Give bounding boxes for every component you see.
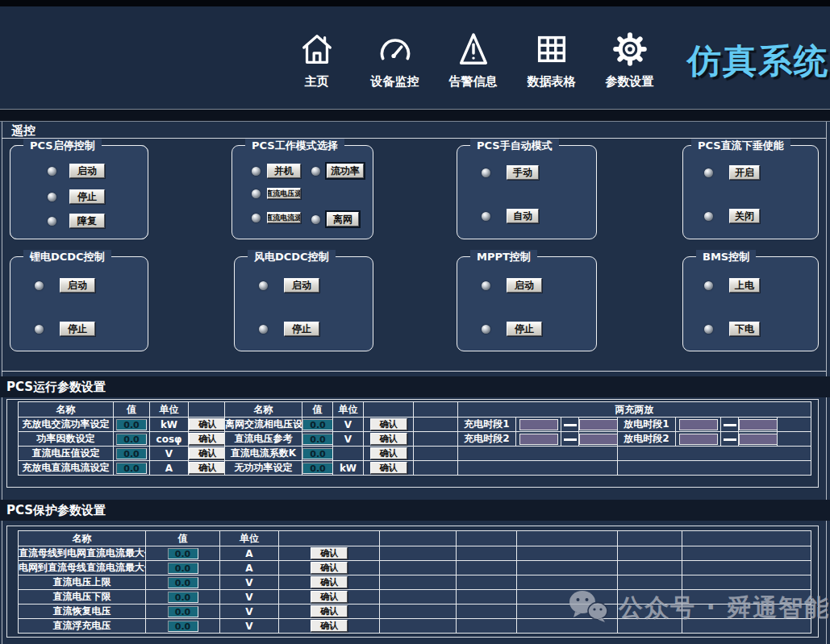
run-col-value-1: 值 — [114, 402, 150, 418]
dc-current-source-button[interactable]: 直流电流源 — [267, 212, 301, 223]
confirm-button[interactable]: 确认 — [311, 576, 348, 588]
discharge-1-start-input[interactable] — [679, 419, 718, 430]
liion-stop-button[interactable]: 停止 — [60, 322, 95, 336]
content-area: 遥控 PCS启停控制 启动 PCS启停控制 启动 停止 障复 PCS工作模式选择… — [0, 122, 830, 644]
group-pcs-manualauto-title: PCS手自动模式 — [470, 139, 559, 153]
confirm-button[interactable]: 确认 — [311, 620, 348, 632]
value-input[interactable]: 0.0 — [116, 463, 147, 474]
pcs-stop-button[interactable]: 停止 — [69, 189, 105, 204]
protect-params-title: PCS保护参数设置 — [6, 503, 106, 518]
time-range-dash — [724, 424, 736, 426]
param-unit: kW — [150, 418, 189, 432]
confirm-button[interactable]: 确认 — [370, 462, 407, 474]
value-input[interactable]: 0.0 — [302, 463, 333, 474]
pcs-start-button[interactable]: 启动 — [69, 164, 105, 178]
droop-off-button[interactable]: 关闭 — [729, 209, 760, 223]
confirm-button[interactable]: 确认 — [189, 418, 225, 430]
confirm-button[interactable]: 确认 — [311, 562, 348, 574]
nav-data-table[interactable]: 数据表格 — [517, 31, 586, 89]
group-mppt-title: MPPT控制 — [470, 250, 537, 264]
droop-off-led — [704, 212, 713, 221]
param-unit: A — [220, 546, 279, 561]
time-range-dash — [564, 438, 577, 441]
value-input[interactable]: 0.0 — [168, 606, 198, 617]
charge-1-end-input[interactable] — [579, 419, 618, 430]
mppt-stop-button[interactable]: 停止 — [507, 322, 542, 336]
value-input[interactable]: 0.0 — [168, 592, 198, 603]
charge-1-start-input[interactable] — [519, 419, 558, 430]
parallel-mode-led — [252, 167, 261, 176]
param-name: 电网到直流母线直流电流最大值 — [19, 561, 146, 575]
header-bar: 主页 设备监控 告警信息 — [0, 6, 830, 109]
discharge-2-end-input[interactable] — [739, 434, 778, 445]
nav-param-settings-label: 参数设置 — [606, 74, 654, 89]
header-divider — [0, 109, 830, 122]
confirm-button[interactable]: 确认 — [189, 433, 225, 445]
pcs-fault-reset-button[interactable]: 障复 — [69, 214, 105, 228]
mppt-stop-led — [482, 325, 490, 334]
run-col-confirm-2 — [364, 402, 414, 418]
auto-mode-led — [482, 212, 490, 221]
param-name: 直流母线到电网直流电流最大值 — [19, 546, 146, 561]
off-grid-mode-button[interactable]: 离网 — [327, 212, 359, 226]
bms-poweroff-button[interactable]: 下电 — [729, 322, 760, 336]
discharge-1-end-input[interactable] — [739, 419, 778, 430]
value-input[interactable]: 0.0 — [168, 563, 198, 574]
value-input[interactable]: 0.0 — [168, 621, 198, 632]
power-flow-mode-button[interactable]: 流功率 — [327, 164, 364, 178]
confirm-button[interactable]: 确认 — [370, 447, 407, 459]
param-name: 直流电流系数K — [225, 447, 302, 461]
app-title: 仿真系统 — [687, 39, 829, 84]
wind-stop-led — [259, 325, 268, 334]
value-input[interactable]: 0.0 — [168, 548, 198, 559]
param-unit: V — [220, 605, 279, 619]
liion-start-button[interactable]: 启动 — [60, 278, 95, 293]
run-params-title: PCS运行参数设置 — [6, 380, 106, 395]
dc-voltage-source-led — [252, 189, 261, 198]
confirm-button[interactable]: 确认 — [370, 418, 407, 430]
param-unit: V — [220, 619, 279, 634]
nav-param-settings[interactable]: 参数设置 — [595, 31, 664, 89]
charge-2-start-input[interactable] — [519, 434, 558, 445]
discharge-2-start-input[interactable] — [679, 434, 718, 445]
value-input[interactable]: 0.0 — [116, 448, 147, 459]
dc-current-source-led — [252, 214, 261, 222]
protect-col-unit: 单位 — [220, 531, 279, 546]
value-input[interactable]: 0.0 — [302, 434, 333, 445]
value-input[interactable]: 0.0 — [116, 419, 147, 430]
mppt-start-button[interactable]: 启动 — [507, 278, 542, 293]
confirm-button[interactable]: 确认 — [311, 547, 348, 559]
confirm-button[interactable]: 确认 — [189, 447, 225, 459]
nav-device-monitor[interactable]: 设备监控 — [361, 31, 429, 89]
value-input[interactable]: 0.0 — [116, 434, 147, 445]
group-pcs-startstop-panel: PCS启停控制 启动 停止 障复 — [10, 145, 148, 239]
auto-mode-button[interactable]: 自动 — [507, 209, 539, 223]
manual-mode-button[interactable]: 手动 — [507, 165, 539, 180]
nav-home[interactable]: 主页 — [282, 31, 351, 89]
value-input[interactable]: 0.0 — [302, 419, 333, 430]
value-input[interactable]: 0.0 — [168, 577, 198, 588]
nav-alarm-info[interactable]: 告警信息 — [439, 31, 507, 89]
confirm-button[interactable]: 确认 — [189, 462, 225, 474]
parallel-mode-button[interactable]: 并机 — [267, 164, 301, 178]
wind-start-button[interactable]: 启动 — [284, 278, 319, 293]
charge-2-end-input[interactable] — [579, 434, 618, 445]
value-input[interactable]: 0.0 — [302, 448, 333, 459]
bms-poweron-button[interactable]: 上电 — [729, 278, 760, 293]
confirm-button[interactable]: 确认 — [311, 605, 348, 617]
manual-mode-led — [482, 168, 490, 177]
protect-col-name: 名称 — [19, 531, 146, 546]
group-bms: BMS控制 上电 下电 — [682, 256, 819, 351]
wind-stop-button[interactable]: 停止 — [284, 322, 319, 336]
run-col-unit-2: 单位 — [333, 402, 364, 418]
run-col-value-2: 值 — [302, 402, 333, 418]
wind-start-led — [259, 281, 268, 290]
confirm-button[interactable]: 确认 — [370, 433, 407, 445]
bms-poweron-led — [704, 281, 713, 290]
power-flow-mode-led — [311, 167, 320, 176]
dc-voltage-source-button[interactable]: 直流电压源 — [267, 188, 301, 199]
droop-on-button[interactable]: 开启 — [729, 165, 760, 180]
nav-home-label: 主页 — [305, 74, 329, 89]
param-unit: V — [150, 447, 189, 461]
confirm-button[interactable]: 确认 — [311, 591, 348, 603]
